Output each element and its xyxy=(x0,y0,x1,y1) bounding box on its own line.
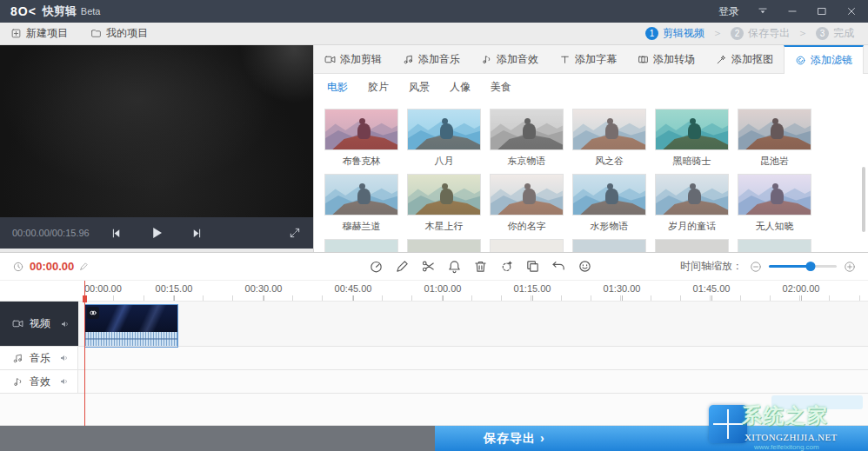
previous-frame-icon xyxy=(110,227,123,240)
tab-transition[interactable]: 添加转场 xyxy=(627,45,705,73)
filter-thumbnail xyxy=(738,109,811,150)
subtab-人像[interactable]: 人像 xyxy=(450,80,471,95)
filter-item-你的名字[interactable]: 你的名字 xyxy=(490,174,564,232)
trash-tool-button[interactable] xyxy=(473,259,488,274)
smiley-tool-button[interactable] xyxy=(578,259,592,274)
speaker-icon[interactable] xyxy=(60,319,70,329)
tab-label: 添加滤镜 xyxy=(811,53,852,68)
filter-item-木星上行[interactable]: 木星上行 xyxy=(407,174,481,232)
filter-name: 东京物语 xyxy=(490,155,564,167)
timeline-ruler[interactable]: 00:00.0000:15.0000:30.0000:45.0001:00.00… xyxy=(0,281,868,302)
speed-tool-button[interactable] xyxy=(369,259,384,274)
video-clip[interactable] xyxy=(84,304,178,348)
filter-thumbnail-partial[interactable] xyxy=(407,239,481,252)
track-label-text: 音效 xyxy=(30,375,50,389)
tab-filter[interactable]: 添加滤镜 xyxy=(784,45,864,74)
filter-item-岁月的童话[interactable]: 岁月的童话 xyxy=(655,174,729,232)
filter-item-水形物语[interactable]: 水形物语 xyxy=(572,174,646,232)
play-button[interactable] xyxy=(149,225,164,241)
tab-sound[interactable]: 添加音效 xyxy=(471,45,549,73)
play-icon xyxy=(149,225,164,241)
link-icon xyxy=(87,307,99,319)
filter-tint-overlay xyxy=(738,175,811,215)
music-note-icon xyxy=(12,353,23,364)
filter-thumbnail xyxy=(407,109,481,150)
filter-item-八月[interactable]: 八月 xyxy=(407,109,481,167)
save-export-button[interactable]: 保存导出 › xyxy=(435,426,868,451)
subtitle-icon xyxy=(559,54,571,65)
new-project-button[interactable]: 新建项目 xyxy=(10,26,68,41)
previous-frame-button[interactable] xyxy=(110,227,123,240)
zoom-slider[interactable] xyxy=(769,265,837,268)
clip-audio-waveform xyxy=(85,332,177,346)
filter-thumbnail xyxy=(572,174,646,216)
zoom-slider-handle[interactable] xyxy=(806,262,816,271)
bell-tool-button[interactable] xyxy=(447,259,462,274)
filter-name: 八月 xyxy=(407,155,481,167)
zoom-in-icon[interactable] xyxy=(844,261,856,273)
fullscreen-button[interactable] xyxy=(289,227,301,239)
zoom-out-icon[interactable] xyxy=(750,261,762,273)
ruler-label: 00:30.00 xyxy=(245,283,283,294)
playhead[interactable] xyxy=(84,281,85,426)
subtab-胶片[interactable]: 胶片 xyxy=(368,80,389,95)
app-window: 8O< 快剪辑 Beta 登录 新建项目 我的项目 1剪辑视频＞2保存导出＞3完… xyxy=(0,0,868,451)
minimize-icon[interactable] xyxy=(786,5,798,17)
subtab-风景[interactable]: 风景 xyxy=(409,80,430,95)
tab-cutout[interactable]: 添加抠图 xyxy=(705,45,784,73)
close-icon[interactable] xyxy=(845,5,858,17)
step-label: 完成 xyxy=(833,26,854,41)
filter-item-穆赫兰道[interactable]: 穆赫兰道 xyxy=(324,174,398,232)
maximize-icon[interactable] xyxy=(816,5,828,17)
pencil-icon xyxy=(395,259,410,274)
filter-thumbnail xyxy=(324,174,398,216)
login-button[interactable]: 登录 xyxy=(718,4,739,19)
filter-thumbnail-partial[interactable] xyxy=(738,239,811,252)
filter-tint-overlay xyxy=(491,109,563,149)
current-time: 00:00.00 xyxy=(30,260,74,273)
magic-tool-button[interactable] xyxy=(499,259,514,274)
filter-tint-overlay xyxy=(325,109,397,149)
tab-clip[interactable]: 添加剪辑 xyxy=(314,45,392,73)
filter-thumbnail-partial[interactable] xyxy=(572,239,646,252)
edit-time-icon[interactable] xyxy=(79,262,89,271)
filter-item-无人知晓[interactable]: 无人知晓 xyxy=(738,174,811,232)
undo-tool-button[interactable] xyxy=(551,259,566,274)
magic-icon xyxy=(499,259,514,274)
panel-scrollbar[interactable] xyxy=(862,167,865,232)
filter-thumbnail-partial[interactable] xyxy=(490,239,564,252)
step-number-badge: 2 xyxy=(731,27,744,40)
filter-item-昆池岩[interactable]: 昆池岩 xyxy=(738,109,811,167)
copy-tool-button[interactable] xyxy=(525,259,540,274)
tab-label: 添加音效 xyxy=(497,52,538,67)
filter-name: 风之谷 xyxy=(572,155,646,167)
filter-item-布鲁克林[interactable]: 布鲁克林 xyxy=(324,109,398,167)
step-1: 1剪辑视频 xyxy=(645,26,704,41)
ruler-label: 02:00.00 xyxy=(783,283,820,294)
step-separator-icon: ＞ xyxy=(798,26,808,41)
filter-item-黑暗骑士[interactable]: 黑暗骑士 xyxy=(655,109,729,167)
next-frame-button[interactable] xyxy=(190,227,204,240)
filter-item-东京物语[interactable]: 东京物语 xyxy=(490,109,564,167)
pencil-tool-button[interactable] xyxy=(395,259,410,274)
scissors-tool-button[interactable] xyxy=(421,259,436,274)
filter-thumbnail-partial[interactable] xyxy=(324,239,398,252)
filter-tint-overlay xyxy=(573,175,645,215)
tab-music[interactable]: 添加音乐 xyxy=(392,45,471,73)
ruler-label: 00:00.00 xyxy=(84,283,122,294)
track-label-text: 视频 xyxy=(30,316,50,331)
music-track-label: 音乐 xyxy=(0,347,78,369)
main-menu-icon[interactable] xyxy=(757,5,769,17)
filter-thumbnail-partial[interactable] xyxy=(655,239,729,252)
filter-thumbnail xyxy=(655,109,729,150)
filter-name: 无人知晓 xyxy=(738,220,811,232)
filter-thumbnail xyxy=(490,174,564,216)
speaker-icon[interactable] xyxy=(59,376,70,387)
tab-subtitle[interactable]: 添加字幕 xyxy=(549,45,627,73)
subtab-电影[interactable]: 电影 xyxy=(327,80,348,95)
speaker-icon[interactable] xyxy=(59,353,70,363)
filter-item-风之谷[interactable]: 风之谷 xyxy=(572,109,646,167)
subtab-美食[interactable]: 美食 xyxy=(491,80,511,95)
expand-icon xyxy=(289,227,301,239)
my-projects-button[interactable]: 我的项目 xyxy=(90,26,148,41)
